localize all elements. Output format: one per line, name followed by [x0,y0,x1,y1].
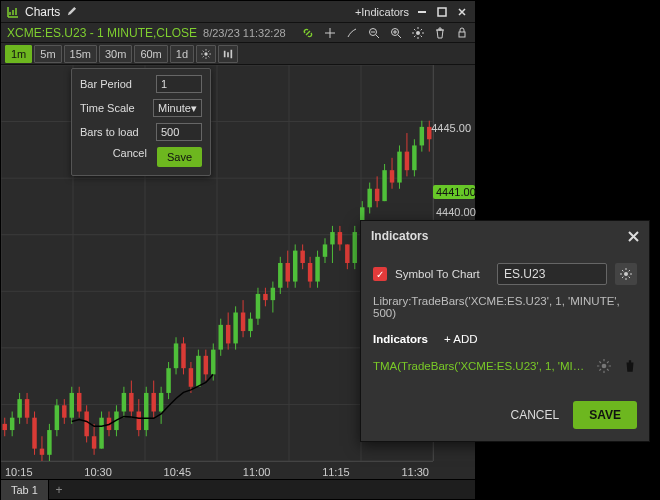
trash-icon[interactable] [433,26,447,40]
svg-rect-99 [286,263,290,282]
bars-to-load-input[interactable] [156,123,202,141]
timeframe-15m[interactable]: 15m [64,45,97,63]
x-tick: 10:45 [164,466,192,478]
zoom-out-icon[interactable] [367,26,381,40]
symbol-to-chart-checkbox[interactable]: ✓ [373,267,387,281]
svg-rect-107 [315,257,319,282]
svg-rect-77 [204,356,208,375]
bar-period-label: Bar Period [80,78,150,90]
indicator-gear-icon[interactable] [593,355,615,377]
svg-rect-1 [438,8,446,16]
indicators-dialog: Indicators ✓ Symbol To Chart Library:Tra… [360,220,650,442]
link-icon[interactable] [301,26,315,40]
x-tick: 11:30 [401,466,429,478]
symbol-label: XCME:ES.U23 - 1 MINUTE,CLOSE [7,26,197,40]
svg-rect-71 [181,343,185,368]
popover-save-button[interactable]: Save [157,147,202,167]
timeframe-1m[interactable]: 1m [5,45,32,63]
bar-period-input[interactable] [156,75,202,93]
timeframe-chart-type-icon[interactable] [218,45,238,63]
edit-title-icon[interactable] [66,6,77,17]
timeframe-1d[interactable]: 1d [170,45,194,63]
library-line: Library:TradeBars('XCME:ES.U23', 1, 'MIN… [373,295,637,319]
svg-rect-123 [375,189,379,201]
svg-rect-69 [174,343,178,368]
svg-rect-27 [17,399,21,418]
time-scale-value: Minute [158,102,191,114]
svg-rect-101 [293,251,297,282]
svg-rect-33 [40,449,44,455]
add-indicator-button[interactable]: + ADD [444,333,478,345]
bar-settings-popover: Bar Period Time Scale Minute ▾ Bars to l… [71,68,211,176]
svg-rect-59 [137,412,141,431]
svg-rect-57 [129,393,133,412]
svg-point-138 [624,272,628,276]
svg-rect-87 [241,313,245,332]
maximize-icon[interactable] [435,5,449,19]
tab-1[interactable]: Tab 1 [1,480,49,500]
bars-to-load-label: Bars to load [80,126,150,138]
svg-rect-129 [397,152,401,183]
time-scale-label: Time Scale [80,102,147,114]
svg-rect-37 [55,405,59,430]
dialog-save-button[interactable]: SAVE [573,401,637,429]
timeframe-5m[interactable]: 5m [34,45,61,63]
window-title: Charts [25,5,60,19]
svg-rect-81 [218,325,222,350]
svg-rect-31 [32,418,36,449]
svg-rect-49 [99,418,103,449]
zoom-in-icon[interactable] [389,26,403,40]
indicators-header: Indicators [373,333,428,345]
timeframe-30m[interactable]: 30m [99,45,132,63]
svg-rect-131 [405,152,409,171]
svg-rect-23 [2,424,6,430]
last-price-chip: 4441.00 [433,185,475,199]
svg-rect-109 [323,244,327,256]
crosshair-icon[interactable] [323,26,337,40]
x-tick: 11:00 [243,466,271,478]
svg-rect-127 [390,170,394,182]
add-tab-icon[interactable]: + [49,480,69,500]
svg-rect-125 [382,170,386,201]
svg-point-6 [204,52,207,55]
aux-price-label: 4440.00 [433,205,475,219]
svg-rect-5 [459,32,465,37]
svg-rect-35 [47,430,51,455]
svg-rect-47 [92,436,96,448]
svg-rect-41 [70,393,74,418]
svg-rect-63 [151,393,155,412]
x-axis: 10:15 10:30 10:45 11:00 11:15 11:30 [1,461,433,481]
draw-icon[interactable] [345,26,359,40]
svg-rect-105 [308,263,312,282]
indicator-text: TMA(TradeBars('XCME:ES.U23', 1, 'MINUTE'… [373,360,585,372]
svg-rect-95 [271,288,275,300]
svg-rect-113 [338,232,342,244]
svg-rect-111 [330,232,334,244]
timeframe-60m[interactable]: 60m [134,45,167,63]
svg-rect-65 [159,393,163,412]
titlebar: Charts +Indicators [1,1,475,23]
symbol-gear-icon[interactable] [615,263,637,285]
svg-rect-89 [248,319,252,331]
time-scale-select[interactable]: Minute ▾ [153,99,202,117]
svg-rect-97 [278,263,282,288]
close-icon[interactable] [455,5,469,19]
dialog-cancel-button[interactable]: CANCEL [511,408,560,422]
tab-strip: Tab 1 + [1,479,475,499]
timeframe-settings-icon[interactable] [196,45,216,63]
svg-rect-45 [84,412,88,437]
svg-rect-115 [345,244,349,263]
dialog-close-icon[interactable] [628,231,639,242]
lock-icon[interactable] [455,26,469,40]
svg-point-4 [416,31,420,35]
indicator-delete-icon[interactable] [623,359,637,373]
indicator-row: TMA(TradeBars('XCME:ES.U23', 1, 'MINUTE'… [373,355,637,377]
minimize-icon[interactable] [415,5,429,19]
svg-rect-73 [189,368,193,387]
add-indicators-button[interactable]: +Indicators [355,6,409,18]
symbol-input[interactable] [497,263,607,285]
instrument-row: XCME:ES.U23 - 1 MINUTE,CLOSE 8/23/23 11:… [1,23,475,43]
svg-rect-55 [122,393,126,412]
gear-icon[interactable] [411,26,425,40]
popover-cancel-button[interactable]: Cancel [113,147,147,167]
